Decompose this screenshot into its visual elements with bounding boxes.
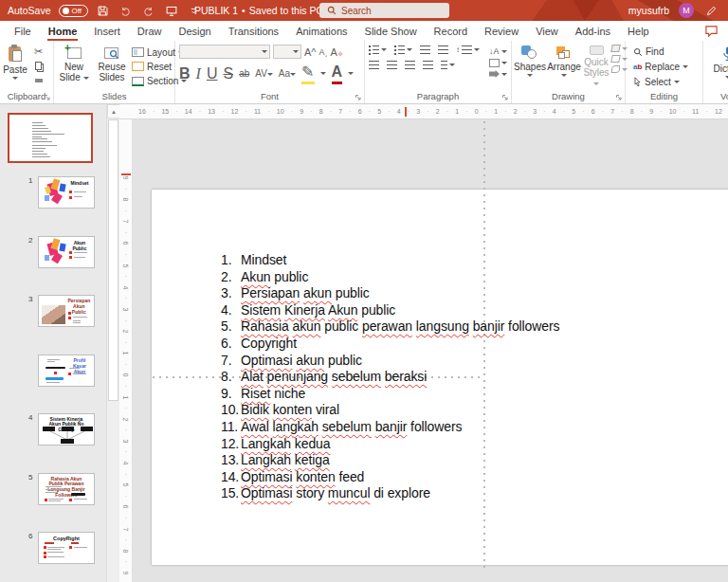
bullets-button[interactable] xyxy=(369,45,387,54)
font-dialog-launcher[interactable] xyxy=(355,94,362,101)
slide-list[interactable]: 1.Mindset2.Akun public3.Persiapan akun p… xyxy=(221,252,559,502)
tab-animations[interactable]: Animations xyxy=(287,21,355,41)
thumbnail-scrollbar[interactable]: ▲ xyxy=(106,104,119,582)
dictate-button[interactable]: Dictate xyxy=(709,44,728,88)
font-name-combo[interactable] xyxy=(179,45,270,59)
slide-list-item[interactable]: 7.Optimasi akun public xyxy=(221,353,559,370)
strikethrough-ab-button[interactable]: ab xyxy=(239,68,249,79)
arrange-button[interactable]: Arrange xyxy=(547,44,581,88)
thumbnail-slide-6[interactable]: CopyRight xyxy=(38,532,95,564)
clipboard-dialog-launcher[interactable] xyxy=(44,94,51,101)
slide-list-item[interactable]: 11.Awal langkah sebelum banjir followers xyxy=(221,419,559,436)
italic-button[interactable]: I xyxy=(196,65,201,82)
grow-font-button[interactable]: A^ xyxy=(304,46,317,58)
pen-icon[interactable] xyxy=(703,3,719,18)
thumbnail-slide-4[interactable]: Sistem Kinerja Akun Publik No Ghalup xyxy=(38,413,95,446)
copy-icon[interactable] xyxy=(30,59,46,73)
thumbnail-slide-profile[interactable]: Profil Kasar Akun xyxy=(38,355,95,387)
comments-icon[interactable] xyxy=(704,25,719,38)
format-painter-icon[interactable] xyxy=(30,73,46,87)
bold-button[interactable]: B xyxy=(179,65,191,82)
slide-list-item[interactable]: 4.Sistem Kinerja Akun public xyxy=(221,302,559,319)
select-button[interactable]: Select xyxy=(633,75,702,88)
slide-list-item[interactable]: 1.Mindset xyxy=(221,252,559,269)
paste-button[interactable]: Paste xyxy=(0,44,30,88)
paragraph-dialog-launcher[interactable] xyxy=(501,94,509,101)
columns-button[interactable] xyxy=(441,61,455,69)
thumbnail-slide-2[interactable]: Akun Public xyxy=(38,236,95,268)
reuse-slides-button[interactable]: ReuseSlides xyxy=(94,44,130,88)
save-icon[interactable] xyxy=(96,3,111,18)
increase-indent-icon[interactable] xyxy=(438,45,448,54)
slide-list-item[interactable]: 5.Rahasia akun public perawan langsung b… xyxy=(221,318,559,336)
drawing-dialog-launcher[interactable] xyxy=(615,94,623,101)
slide-list-item[interactable]: 2.Akun public xyxy=(221,269,559,286)
undo-icon[interactable] xyxy=(118,3,134,18)
document-title[interactable]: PUBLIK 1 • Saved to this PC xyxy=(194,0,335,21)
thumbnail-slide-3[interactable]: Persiapan Akun Public xyxy=(38,295,95,327)
shrink-font-button[interactable]: A˯ xyxy=(319,47,328,57)
line-spacing-button[interactable]: ↕ xyxy=(456,45,480,54)
slide-list-item[interactable]: 14.Optimasi konten feed xyxy=(221,469,559,486)
tab-view[interactable]: View xyxy=(527,21,567,41)
underline-button[interactable]: U xyxy=(207,65,218,82)
tab-insert[interactable]: Insert xyxy=(85,21,129,41)
slide-list-item[interactable]: 13.Langkah ketiga xyxy=(221,452,559,469)
text-direction-button[interactable]: ↓A xyxy=(489,46,507,56)
redo-icon[interactable] xyxy=(141,3,156,18)
slide-list-item[interactable]: 9.Riset niche xyxy=(221,386,559,403)
tab-record[interactable]: Record xyxy=(426,21,476,41)
character-spacing-button[interactable]: AV xyxy=(255,68,273,79)
new-slide-button[interactable]: + NewSlide xyxy=(56,44,92,88)
replace-button[interactable]: ab Replace xyxy=(633,61,702,74)
start-slideshow-icon[interactable] xyxy=(164,3,179,18)
clear-formatting-button[interactable]: A xyxy=(331,46,342,58)
cut-icon[interactable]: ✂ xyxy=(30,45,46,59)
tab-file[interactable]: File xyxy=(6,21,40,41)
justify-icon[interactable] xyxy=(423,61,433,69)
align-right-icon[interactable] xyxy=(405,61,415,69)
tab-transitions[interactable]: Transitions xyxy=(220,21,287,41)
tab-draw[interactable]: Draw xyxy=(129,21,171,41)
thumbnail-current-slide[interactable] xyxy=(8,113,93,163)
thumbnail-slide-1[interactable]: Mindset xyxy=(38,176,95,209)
font-size-combo[interactable] xyxy=(273,45,301,59)
slide-list-item[interactable]: 3.Persiapan akun public xyxy=(221,285,559,302)
avatar[interactable]: M xyxy=(679,3,694,18)
editing-canvas[interactable]: 1.Mindset2.Akun public3.Persiapan akun p… xyxy=(133,119,728,582)
tab-add-ins[interactable]: Add-ins xyxy=(567,21,619,41)
align-left-icon[interactable] xyxy=(369,61,379,69)
search-box[interactable] xyxy=(319,3,449,18)
highlight-button[interactable]: ✎ xyxy=(301,63,314,84)
slide-list-item[interactable]: 10.Bidik konten viral xyxy=(221,402,559,419)
h-ruler-mark: 8 xyxy=(630,108,634,115)
tab-home[interactable]: Home xyxy=(40,21,86,41)
slide-list-item[interactable]: 6.Copyright xyxy=(221,336,559,353)
strikethrough-button[interactable]: S xyxy=(223,65,233,82)
tab-help[interactable]: Help xyxy=(619,21,658,41)
change-case-button[interactable]: Aa xyxy=(279,68,296,79)
decrease-indent-icon[interactable] xyxy=(420,45,430,54)
shapes-button[interactable]: Shapes xyxy=(514,44,546,88)
align-center-icon[interactable] xyxy=(387,61,397,69)
vertical-ruler[interactable]: 9·8·7·6·5·4·3·2·1·0·1·2·3·4·5·6·7·8·9 xyxy=(119,119,133,582)
align-text-button[interactable] xyxy=(489,59,507,67)
slide-list-item[interactable]: 15.Optimasi story muncul di explore xyxy=(221,485,559,502)
find-button[interactable]: Find xyxy=(633,45,702,59)
user-name[interactable]: myusufrb xyxy=(628,5,669,16)
autosave-toggle[interactable]: Off xyxy=(59,5,88,17)
numbering-button[interactable] xyxy=(394,45,412,54)
tab-review[interactable]: Review xyxy=(476,21,527,41)
search-input[interactable] xyxy=(341,6,427,16)
slide-list-item[interactable]: 12.Langkah kedua xyxy=(221,436,559,453)
slide-list-item[interactable]: 8.Alat penunjang sebelum beraksi xyxy=(221,369,559,386)
tab-design[interactable]: Design xyxy=(170,21,219,41)
tab-slide-show[interactable]: Slide Show xyxy=(356,21,426,41)
font-color-button[interactable]: A xyxy=(332,64,343,84)
scrollbar-thumb[interactable] xyxy=(108,119,118,401)
horizontal-ruler[interactable]: 16·15·14·13·12·11·10·9·8·7·6·5·4·3·2·1·0… xyxy=(133,104,728,119)
quick-styles-button[interactable]: QuickStyles xyxy=(582,44,610,88)
convert-smartart-button[interactable] xyxy=(489,70,507,78)
thumbnail-slide-5[interactable]: Rahasia Akun Publik Perawan Langsung Ban… xyxy=(38,473,95,505)
scroll-up-icon[interactable]: ▲ xyxy=(107,104,120,118)
